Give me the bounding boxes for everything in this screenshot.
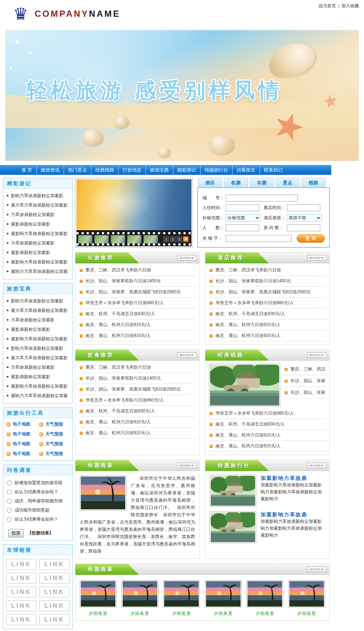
nav-item[interactable]: 联系我们 [260, 165, 287, 175]
more-button[interactable]: MORE≫ [177, 352, 197, 358]
room-count-input[interactable] [287, 224, 320, 231]
tool-link[interactable]: ▸天气预报 [39, 431, 72, 437]
recommend-link[interactable]: 南京、黄山、杭州六日游910元/人 [215, 432, 281, 438]
friend-link[interactable]: LINK [6, 587, 36, 597]
recommend-link[interactable]: 南京、杭州、千岛湖五日游830元/人 [215, 421, 285, 427]
thumb-caption[interactable]: 夕阳美景 [122, 611, 158, 617]
checkin-input[interactable] [226, 204, 259, 211]
tool-link[interactable]: ▸电子地图 [6, 421, 39, 427]
recommend-link[interactable]: 重庆、三峡、武汉单飞单卧六日游 [290, 366, 326, 372]
recommend-link[interactable]: 华东五市＋水乡单飞单卧六日游860元/人 [215, 410, 294, 416]
agency-title-link[interactable]: 加紧影响力革故鼎 [261, 512, 307, 517]
sidebar-link[interactable]: 紧响力力革革故鼎新粉尘加紧 [11, 391, 68, 400]
merchant-thumb[interactable]: 夕阳美景 [246, 580, 283, 617]
recommend-link[interactable]: 南京、杭州、千岛湖五日游830元/人 [215, 311, 285, 317]
sidebar-link[interactable]: 力革故鼎新粉尘加紧影 [11, 362, 55, 372]
city-input[interactable] [226, 195, 298, 201]
poll-option[interactable]: 你认为结果将会如何？ [7, 487, 70, 497]
sidebar-link[interactable]: 影响力革故鼎新粉尘加紧影 [11, 344, 63, 353]
friend-link[interactable]: LINK [6, 559, 36, 570]
nav-item[interactable]: 首 页 [17, 165, 36, 175]
poll-option[interactable]: 孙继海加盟英冠的谢菲联 [7, 478, 70, 487]
slideshow-page-button[interactable]: 4 [183, 236, 189, 242]
thumb-caption[interactable]: 夕阳美景 [288, 611, 325, 617]
search-tab[interactable]: 线路 [301, 178, 325, 187]
thumb-caption[interactable]: 夕阳美景 [80, 611, 116, 617]
tool-link[interactable]: ▸电子地图 [6, 431, 39, 437]
recommend-link[interactable]: 重庆、三峡、武汉单飞单卧六日游 [86, 364, 151, 371]
tool-link[interactable]: ▸天气预报 [39, 441, 72, 447]
thumb-caption[interactable]: 夕阳美景 [246, 611, 283, 617]
nav-item[interactable]: 经典线路 [91, 165, 118, 175]
poll-option[interactable]: 你认为结果将会如何？ [7, 515, 70, 524]
tool-link[interactable]: ▸天气预报 [39, 421, 72, 427]
search-tab[interactable]: 车票 [250, 178, 274, 187]
friend-link[interactable]: LINK [6, 573, 36, 584]
sidebar-link[interactable]: 紧影鼎新粉尘加紧影 [11, 248, 50, 257]
merchant-thumb[interactable]: 夕阳美景 [163, 580, 200, 617]
more-button[interactable]: MORE≫ [307, 567, 327, 572]
sidebar-link[interactable]: 力革故鼎新粉尘加紧影 [11, 238, 55, 248]
slideshow-page-button[interactable]: 1 [163, 236, 169, 242]
sidebar-link[interactable]: 紧力革力革故鼎新粉尘加紧影 [11, 353, 68, 362]
poll-option-radio[interactable] [7, 508, 12, 513]
recommend-link[interactable]: 长沙、韶山、张家界双卧六日游1400元 [86, 375, 161, 381]
sidebar-link[interactable]: 紧力革力革故鼎新粉尘加紧影 [11, 200, 68, 210]
recommend-link[interactable]: 长沙、韶山、张家界双卧六日游1400元 [86, 278, 161, 284]
sidebar-link[interactable]: 紧影响力革故鼎新粉尘加紧影 [11, 381, 68, 391]
friend-link[interactable]: LINK [39, 559, 70, 570]
thumb-caption[interactable]: 夕阳美景 [163, 611, 200, 617]
sidebar-link[interactable]: 紧影鼎新粉尘加紧影 [11, 372, 50, 381]
recommend-link[interactable]: 华东五市＋水乡单飞单卧六日游860元/人 [215, 300, 294, 306]
set-homepage-link[interactable]: 设为首页 [318, 3, 336, 8]
tool-link[interactable]: ▸电子地图 [6, 451, 39, 457]
search-tab[interactable]: 机票 [224, 178, 248, 187]
tool-link[interactable]: ▸电子地图 [6, 441, 39, 447]
more-button[interactable]: MORE≫ [307, 352, 327, 358]
slideshow[interactable]: 1234 [75, 178, 193, 248]
agency-title-link[interactable]: 加紧影响力革故鼎 [261, 475, 307, 481]
tool-link[interactable]: ▸天气预报 [39, 451, 72, 457]
recommend-link[interactable]: 重庆、三峡、武汉单飞单卧六日游 [86, 267, 151, 273]
nav-item[interactable]: 打折信息 [118, 165, 146, 175]
poll-option-radio[interactable] [7, 517, 12, 522]
sidebar-link[interactable]: 紧影鼎新粉尘加紧影 [11, 219, 50, 229]
recommend-link[interactable]: 南京、杭州、千岛湖五日游830元/人 [86, 311, 155, 317]
merchant-thumb[interactable]: 夕阳美景 [122, 580, 158, 617]
hotel-star-select[interactable]: 星级不限 [287, 214, 322, 222]
more-button[interactable]: MORE≫ [177, 463, 197, 468]
search-tab[interactable]: 景点 [276, 178, 300, 187]
sidebar-link[interactable]: 力革故鼎新粉尘加紧影 [11, 315, 55, 325]
sidebar-link[interactable]: 紧影响力革故鼎新粉尘加紧影 [11, 334, 68, 344]
merchant-thumb[interactable]: 夕阳美景 [80, 580, 116, 617]
recommend-link[interactable]: 长沙、韶山、张家界、凤凰古城双飞6日游2580元 [86, 289, 181, 295]
recommend-link[interactable]: 长沙、韶山、张家界、凤凰古城双飞6日游2580元 [86, 386, 181, 392]
recommend-link[interactable]: 南京、杭州、千岛湖五日游830元/人 [86, 408, 155, 414]
nav-item[interactable]: 热门景点 [64, 165, 91, 175]
people-count-input[interactable] [226, 224, 259, 231]
sidebar-link[interactable]: 紧影响力革故鼎新粉尘加紧影 [11, 257, 68, 267]
poll-option[interactable]: 成功能升级回英超 [7, 506, 70, 515]
recommend-link[interactable]: 华东五市＋水乡单飞单卧六日游860元/人 [86, 300, 164, 306]
sidebar-link[interactable]: 影响力革故鼎新粉尘加紧影 [11, 296, 63, 306]
friend-link[interactable]: LINK [39, 573, 70, 584]
vote-button[interactable]: 投票 [8, 529, 24, 537]
add-favorite-link[interactable]: 加入收藏 [341, 3, 359, 8]
slideshow-page-button[interactable]: 3 [177, 236, 182, 242]
friend-link[interactable]: LINK [6, 614, 36, 625]
poll-option-radio[interactable] [7, 481, 12, 485]
more-button[interactable]: MORE≫ [177, 255, 197, 260]
search-submit-button[interactable]: 查 询 [297, 234, 325, 243]
recommend-link[interactable]: 南京、黄山、杭州六日游910元/人 [215, 443, 281, 449]
nav-item[interactable]: 特惠旅行社 [200, 165, 232, 175]
friend-link[interactable]: LINK [39, 587, 70, 597]
recommend-link[interactable]: 南京、黄山、杭州六日游910元/人 [86, 322, 151, 328]
merchant-thumb[interactable]: 夕阳美景 [205, 580, 242, 617]
recommend-link[interactable]: 南京、黄山、杭州六日游910元/人 [86, 430, 151, 436]
recommend-link[interactable]: 重庆、三峡、武汉单飞单卧六日游 [215, 267, 281, 273]
recommend-link[interactable]: 长沙、韶山、张家界双卧六日游14 [290, 378, 326, 384]
search-tab[interactable]: 酒店 [198, 178, 222, 187]
sidebar-link[interactable]: 影响力革故鼎新粉尘加紧影 [11, 191, 63, 200]
friend-link[interactable]: LINK [6, 600, 36, 611]
poll-option-radio[interactable] [7, 499, 12, 503]
